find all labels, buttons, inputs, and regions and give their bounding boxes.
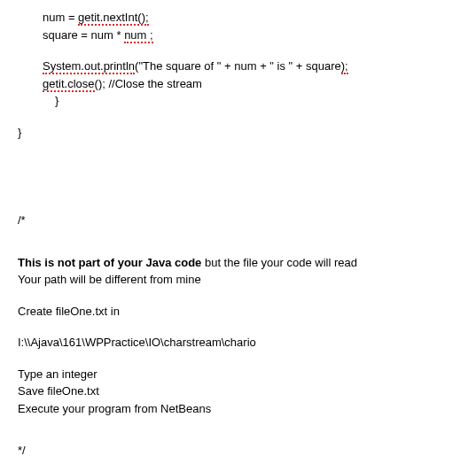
squiggly-text: System.out.println xyxy=(43,59,135,74)
instruction-line: Type an integer xyxy=(18,366,458,383)
comment-close: */ xyxy=(18,442,458,456)
comment-open: /* xyxy=(18,212,458,229)
instruction-line: Execute your program from NetBeans xyxy=(18,400,458,418)
text: but the file your code will read xyxy=(201,256,357,269)
instruction-line: I:\\Ajava\161\WPPractice\IO\charstream\c… xyxy=(18,334,458,352)
code-line: getit.close(); //Close the stream xyxy=(18,75,458,93)
code-line: num = getit.nextInt(); xyxy=(18,9,458,27)
instruction-line: Save fileOne.txt xyxy=(18,383,458,400)
instruction-line: Create fileOne.txt in xyxy=(18,303,458,321)
squiggly-text: getit.nextInt(); xyxy=(78,11,148,26)
squiggly-text: getit.close xyxy=(43,77,95,92)
code-text: (); //Close the stream xyxy=(95,77,202,90)
code-text: num = xyxy=(43,11,78,24)
instruction-line: Your path will be different from mine xyxy=(18,271,458,289)
brace: } xyxy=(18,92,458,110)
brace: } xyxy=(18,124,458,142)
code-line: square = num * num ; xyxy=(18,27,458,44)
squiggly-text: ); xyxy=(341,59,348,74)
bold-text: This is not part of your Java code xyxy=(18,256,201,269)
code-text: ("The square of " + num + " is " + squar… xyxy=(135,59,341,73)
code-line: System.out.println("The square of " + nu… xyxy=(18,58,458,75)
code-text: square = num * xyxy=(43,28,124,42)
instruction-line: This is not part of your Java code but t… xyxy=(18,254,458,272)
squiggly-text: num ; xyxy=(124,28,153,43)
